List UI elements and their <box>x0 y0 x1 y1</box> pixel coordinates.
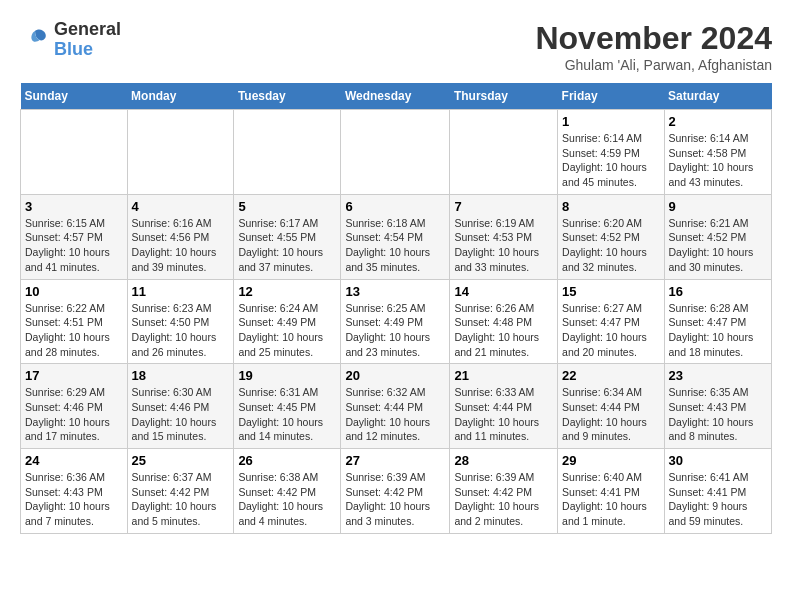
weekday-header-sunday: Sunday <box>21 83 128 110</box>
calendar-cell: 27Sunrise: 6:39 AM Sunset: 4:42 PM Dayli… <box>341 449 450 534</box>
day-info: Sunrise: 6:39 AM Sunset: 4:42 PM Dayligh… <box>345 470 445 529</box>
day-info: Sunrise: 6:40 AM Sunset: 4:41 PM Dayligh… <box>562 470 659 529</box>
calendar-table: SundayMondayTuesdayWednesdayThursdayFrid… <box>20 83 772 534</box>
day-number: 11 <box>132 284 230 299</box>
calendar-cell: 2Sunrise: 6:14 AM Sunset: 4:58 PM Daylig… <box>664 110 771 195</box>
day-number: 19 <box>238 368 336 383</box>
calendar-cell: 17Sunrise: 6:29 AM Sunset: 4:46 PM Dayli… <box>21 364 128 449</box>
logo-icon <box>20 25 50 55</box>
week-row-3: 10Sunrise: 6:22 AM Sunset: 4:51 PM Dayli… <box>21 279 772 364</box>
day-info: Sunrise: 6:23 AM Sunset: 4:50 PM Dayligh… <box>132 301 230 360</box>
day-info: Sunrise: 6:33 AM Sunset: 4:44 PM Dayligh… <box>454 385 553 444</box>
weekday-header-row: SundayMondayTuesdayWednesdayThursdayFrid… <box>21 83 772 110</box>
title-block: November 2024 Ghulam 'Ali, Parwan, Afgha… <box>535 20 772 73</box>
day-info: Sunrise: 6:39 AM Sunset: 4:42 PM Dayligh… <box>454 470 553 529</box>
day-number: 4 <box>132 199 230 214</box>
day-number: 24 <box>25 453 123 468</box>
calendar-cell: 15Sunrise: 6:27 AM Sunset: 4:47 PM Dayli… <box>558 279 664 364</box>
week-row-1: 1Sunrise: 6:14 AM Sunset: 4:59 PM Daylig… <box>21 110 772 195</box>
logo-text: General Blue <box>54 20 121 60</box>
weekday-header-thursday: Thursday <box>450 83 558 110</box>
weekday-header-friday: Friday <box>558 83 664 110</box>
day-number: 29 <box>562 453 659 468</box>
calendar-cell: 25Sunrise: 6:37 AM Sunset: 4:42 PM Dayli… <box>127 449 234 534</box>
day-info: Sunrise: 6:15 AM Sunset: 4:57 PM Dayligh… <box>25 216 123 275</box>
day-info: Sunrise: 6:21 AM Sunset: 4:52 PM Dayligh… <box>669 216 767 275</box>
calendar-cell <box>127 110 234 195</box>
calendar-cell: 21Sunrise: 6:33 AM Sunset: 4:44 PM Dayli… <box>450 364 558 449</box>
day-info: Sunrise: 6:17 AM Sunset: 4:55 PM Dayligh… <box>238 216 336 275</box>
calendar-cell: 12Sunrise: 6:24 AM Sunset: 4:49 PM Dayli… <box>234 279 341 364</box>
calendar-cell: 7Sunrise: 6:19 AM Sunset: 4:53 PM Daylig… <box>450 194 558 279</box>
day-number: 20 <box>345 368 445 383</box>
day-number: 18 <box>132 368 230 383</box>
day-number: 23 <box>669 368 767 383</box>
day-number: 16 <box>669 284 767 299</box>
day-info: Sunrise: 6:18 AM Sunset: 4:54 PM Dayligh… <box>345 216 445 275</box>
day-info: Sunrise: 6:37 AM Sunset: 4:42 PM Dayligh… <box>132 470 230 529</box>
day-number: 13 <box>345 284 445 299</box>
calendar-cell: 14Sunrise: 6:26 AM Sunset: 4:48 PM Dayli… <box>450 279 558 364</box>
day-info: Sunrise: 6:35 AM Sunset: 4:43 PM Dayligh… <box>669 385 767 444</box>
day-info: Sunrise: 6:16 AM Sunset: 4:56 PM Dayligh… <box>132 216 230 275</box>
day-info: Sunrise: 6:14 AM Sunset: 4:58 PM Dayligh… <box>669 131 767 190</box>
day-number: 8 <box>562 199 659 214</box>
calendar-cell: 1Sunrise: 6:14 AM Sunset: 4:59 PM Daylig… <box>558 110 664 195</box>
calendar-cell: 29Sunrise: 6:40 AM Sunset: 4:41 PM Dayli… <box>558 449 664 534</box>
week-row-5: 24Sunrise: 6:36 AM Sunset: 4:43 PM Dayli… <box>21 449 772 534</box>
day-info: Sunrise: 6:22 AM Sunset: 4:51 PM Dayligh… <box>25 301 123 360</box>
day-number: 27 <box>345 453 445 468</box>
calendar-cell: 9Sunrise: 6:21 AM Sunset: 4:52 PM Daylig… <box>664 194 771 279</box>
day-number: 28 <box>454 453 553 468</box>
calendar-cell: 19Sunrise: 6:31 AM Sunset: 4:45 PM Dayli… <box>234 364 341 449</box>
day-number: 2 <box>669 114 767 129</box>
calendar-cell: 18Sunrise: 6:30 AM Sunset: 4:46 PM Dayli… <box>127 364 234 449</box>
calendar-cell <box>234 110 341 195</box>
calendar-cell: 13Sunrise: 6:25 AM Sunset: 4:49 PM Dayli… <box>341 279 450 364</box>
calendar-cell: 10Sunrise: 6:22 AM Sunset: 4:51 PM Dayli… <box>21 279 128 364</box>
calendar-cell <box>341 110 450 195</box>
day-number: 7 <box>454 199 553 214</box>
day-info: Sunrise: 6:36 AM Sunset: 4:43 PM Dayligh… <box>25 470 123 529</box>
day-info: Sunrise: 6:26 AM Sunset: 4:48 PM Dayligh… <box>454 301 553 360</box>
weekday-header-tuesday: Tuesday <box>234 83 341 110</box>
page-header: General Blue November 2024 Ghulam 'Ali, … <box>20 20 772 73</box>
day-number: 17 <box>25 368 123 383</box>
calendar-cell: 24Sunrise: 6:36 AM Sunset: 4:43 PM Dayli… <box>21 449 128 534</box>
location: Ghulam 'Ali, Parwan, Afghanistan <box>535 57 772 73</box>
calendar-cell: 11Sunrise: 6:23 AM Sunset: 4:50 PM Dayli… <box>127 279 234 364</box>
day-info: Sunrise: 6:30 AM Sunset: 4:46 PM Dayligh… <box>132 385 230 444</box>
day-info: Sunrise: 6:32 AM Sunset: 4:44 PM Dayligh… <box>345 385 445 444</box>
day-number: 5 <box>238 199 336 214</box>
calendar-cell: 22Sunrise: 6:34 AM Sunset: 4:44 PM Dayli… <box>558 364 664 449</box>
calendar-cell: 8Sunrise: 6:20 AM Sunset: 4:52 PM Daylig… <box>558 194 664 279</box>
day-number: 30 <box>669 453 767 468</box>
day-number: 10 <box>25 284 123 299</box>
calendar-cell: 26Sunrise: 6:38 AM Sunset: 4:42 PM Dayli… <box>234 449 341 534</box>
weekday-header-saturday: Saturday <box>664 83 771 110</box>
logo: General Blue <box>20 20 121 60</box>
calendar-cell: 5Sunrise: 6:17 AM Sunset: 4:55 PM Daylig… <box>234 194 341 279</box>
week-row-2: 3Sunrise: 6:15 AM Sunset: 4:57 PM Daylig… <box>21 194 772 279</box>
day-number: 14 <box>454 284 553 299</box>
day-number: 25 <box>132 453 230 468</box>
day-info: Sunrise: 6:20 AM Sunset: 4:52 PM Dayligh… <box>562 216 659 275</box>
day-info: Sunrise: 6:31 AM Sunset: 4:45 PM Dayligh… <box>238 385 336 444</box>
week-row-4: 17Sunrise: 6:29 AM Sunset: 4:46 PM Dayli… <box>21 364 772 449</box>
day-info: Sunrise: 6:19 AM Sunset: 4:53 PM Dayligh… <box>454 216 553 275</box>
day-info: Sunrise: 6:29 AM Sunset: 4:46 PM Dayligh… <box>25 385 123 444</box>
calendar-cell: 20Sunrise: 6:32 AM Sunset: 4:44 PM Dayli… <box>341 364 450 449</box>
calendar-cell: 30Sunrise: 6:41 AM Sunset: 4:41 PM Dayli… <box>664 449 771 534</box>
month-title: November 2024 <box>535 20 772 57</box>
weekday-header-monday: Monday <box>127 83 234 110</box>
calendar-cell: 6Sunrise: 6:18 AM Sunset: 4:54 PM Daylig… <box>341 194 450 279</box>
calendar-cell <box>21 110 128 195</box>
calendar-cell: 4Sunrise: 6:16 AM Sunset: 4:56 PM Daylig… <box>127 194 234 279</box>
day-number: 22 <box>562 368 659 383</box>
calendar-cell: 28Sunrise: 6:39 AM Sunset: 4:42 PM Dayli… <box>450 449 558 534</box>
day-number: 12 <box>238 284 336 299</box>
day-info: Sunrise: 6:41 AM Sunset: 4:41 PM Dayligh… <box>669 470 767 529</box>
day-info: Sunrise: 6:14 AM Sunset: 4:59 PM Dayligh… <box>562 131 659 190</box>
weekday-header-wednesday: Wednesday <box>341 83 450 110</box>
calendar-cell: 23Sunrise: 6:35 AM Sunset: 4:43 PM Dayli… <box>664 364 771 449</box>
